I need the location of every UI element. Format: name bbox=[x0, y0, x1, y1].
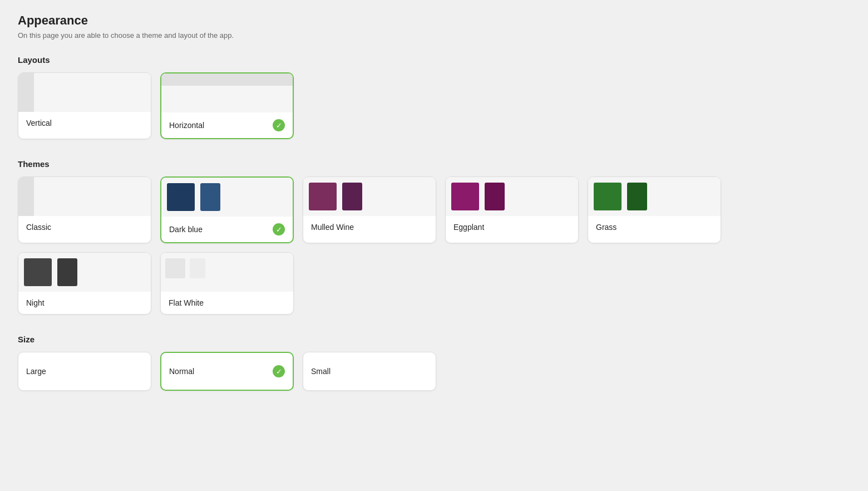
theme-preview-mulledwine bbox=[303, 177, 436, 216]
themes-section-title: Themes bbox=[18, 159, 850, 169]
theme-card-mulledwine[interactable]: Mulled Wine bbox=[303, 176, 436, 243]
theme-preview-flatwhite bbox=[161, 253, 293, 292]
theme-preview-grass bbox=[588, 177, 721, 216]
theme-label-grass: Grass bbox=[588, 216, 721, 238]
theme-label-mulledwine: Mulled Wine bbox=[303, 216, 436, 238]
layout-preview-horizontal bbox=[161, 73, 293, 112]
size-section-title: Size bbox=[18, 335, 850, 344]
layout-label-text-vertical: Vertical bbox=[26, 119, 52, 127]
theme-label-text-classic: Classic bbox=[26, 223, 51, 232]
night-block1 bbox=[24, 258, 52, 286]
theme-card-flatwhite[interactable]: Flat White bbox=[160, 252, 294, 315]
theme-label-darkblue: Dark blue ✓ bbox=[161, 217, 293, 242]
vertical-sidebar-strip bbox=[18, 73, 34, 112]
size-cards-row: Large Normal ✓ Small bbox=[18, 352, 850, 391]
size-label-small: Small bbox=[311, 367, 331, 376]
darkblue-selected-check: ✓ bbox=[273, 223, 285, 235]
darkblue-block1 bbox=[167, 183, 195, 211]
horizontal-top-bar bbox=[161, 73, 293, 86]
layouts-cards-row: Vertical Horizontal ✓ bbox=[18, 72, 850, 139]
grass-block1 bbox=[594, 183, 622, 210]
themes-row-1: Classic Dark blue ✓ Mulled Wine bbox=[18, 176, 850, 243]
theme-card-classic[interactable]: Classic bbox=[18, 176, 151, 243]
theme-label-text-darkblue: Dark blue bbox=[169, 225, 203, 234]
theme-label-text-night: Night bbox=[26, 298, 45, 307]
theme-label-text-mulledwine: Mulled Wine bbox=[311, 223, 354, 232]
mulledwine-block2 bbox=[342, 183, 362, 210]
mulledwine-block1 bbox=[309, 183, 337, 210]
eggplant-block1 bbox=[451, 183, 479, 210]
themes-section: Themes Classic Dark blue ✓ bbox=[18, 159, 850, 315]
classic-sidebar bbox=[18, 177, 34, 216]
horizontal-selected-check: ✓ bbox=[273, 119, 285, 131]
layout-label-vertical: Vertical bbox=[18, 112, 151, 134]
page-title: Appearance bbox=[18, 13, 850, 28]
darkblue-block2 bbox=[200, 183, 220, 211]
size-card-small[interactable]: Small bbox=[303, 352, 436, 391]
size-card-normal[interactable]: Normal ✓ bbox=[160, 352, 294, 391]
horizontal-content-area bbox=[161, 86, 293, 112]
vertical-content-area bbox=[34, 73, 151, 112]
layout-label-text-horizontal: Horizontal bbox=[169, 121, 204, 130]
layout-label-horizontal: Horizontal ✓ bbox=[161, 112, 293, 138]
theme-label-text-grass: Grass bbox=[596, 223, 617, 232]
eggplant-block2 bbox=[485, 183, 505, 210]
layouts-section-title: Layouts bbox=[18, 55, 850, 65]
theme-card-grass[interactable]: Grass bbox=[588, 176, 721, 243]
theme-preview-eggplant bbox=[446, 177, 578, 216]
theme-preview-night bbox=[18, 253, 151, 292]
size-label-normal: Normal bbox=[169, 367, 194, 376]
theme-label-flatwhite: Flat White bbox=[161, 292, 293, 314]
grass-block2 bbox=[627, 183, 647, 210]
normal-selected-check: ✓ bbox=[273, 365, 285, 377]
theme-card-darkblue[interactable]: Dark blue ✓ bbox=[160, 176, 294, 243]
size-section: Size Large Normal ✓ Small bbox=[18, 335, 850, 391]
flatwhite-block2 bbox=[190, 258, 205, 278]
layout-card-vertical[interactable]: Vertical bbox=[18, 72, 151, 139]
flatwhite-block1 bbox=[165, 258, 185, 278]
layouts-section: Layouts Vertical Horizontal ✓ bbox=[18, 55, 850, 139]
theme-label-text-flatwhite: Flat White bbox=[169, 298, 204, 307]
theme-preview-classic bbox=[18, 177, 151, 216]
theme-card-night[interactable]: Night bbox=[18, 252, 151, 315]
theme-label-night: Night bbox=[18, 292, 151, 314]
theme-label-eggplant: Eggplant bbox=[446, 216, 578, 238]
layout-preview-vertical bbox=[18, 73, 151, 112]
theme-label-text-eggplant: Eggplant bbox=[453, 223, 484, 232]
layout-card-horizontal[interactable]: Horizontal ✓ bbox=[160, 72, 294, 139]
night-block2 bbox=[57, 258, 77, 286]
page-subtitle: On this page you are able to choose a th… bbox=[18, 31, 850, 40]
size-label-large: Large bbox=[26, 367, 46, 376]
theme-label-classic: Classic bbox=[18, 216, 151, 238]
theme-preview-darkblue bbox=[161, 178, 293, 217]
theme-card-eggplant[interactable]: Eggplant bbox=[445, 176, 579, 243]
themes-row-2: Night Flat White bbox=[18, 252, 850, 315]
size-card-large[interactable]: Large bbox=[18, 352, 151, 391]
